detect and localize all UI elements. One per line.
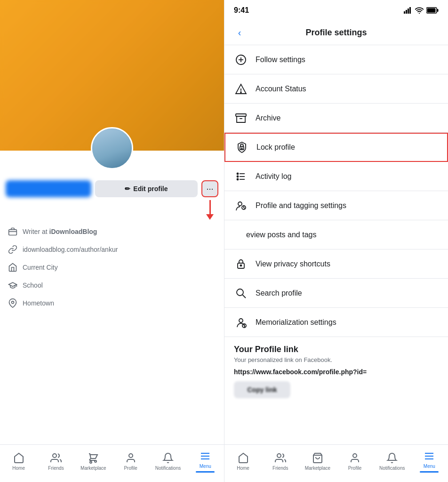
settings-list: Follow settings Account Status	[224, 45, 448, 444]
home-nav-icon	[13, 452, 25, 464]
cover-photo	[0, 0, 224, 151]
svg-rect-8	[404, 11, 405, 14]
left-friends-label: Friends	[48, 466, 64, 471]
city-text: Current City	[23, 264, 58, 271]
search-icon	[234, 286, 248, 300]
memorial-icon	[234, 315, 248, 329]
archive-label: Archive	[256, 114, 280, 122]
status-time: 9:41	[234, 6, 249, 15]
edit-profile-button[interactable]: ✏ Edit profile	[95, 180, 198, 197]
right-friends-icon	[274, 452, 287, 464]
work-text: Writer at iDownloadBlog	[23, 228, 97, 235]
left-nav-notifications[interactable]: Notifications	[154, 452, 182, 471]
right-marketplace-label: Marketplace	[305, 466, 330, 471]
list-icon	[234, 169, 248, 184]
svg-point-37	[240, 265, 242, 266]
account-status-item[interactable]: Account Status	[224, 74, 448, 104]
svg-point-12	[419, 13, 420, 14]
svg-point-33	[237, 178, 239, 180]
hometown-info: Hometown	[8, 294, 216, 312]
svg-rect-9	[406, 10, 407, 14]
right-menu-active-indicator	[420, 471, 439, 473]
memorialization-item[interactable]: Memorialization settings	[224, 308, 448, 337]
search-profile-label: Search profile	[256, 289, 302, 297]
svg-rect-0	[9, 230, 17, 235]
right-nav-marketplace[interactable]: Marketplace	[304, 452, 332, 471]
back-button[interactable]: ‹	[232, 25, 247, 40]
more-dots-label: ···	[206, 184, 213, 194]
right-nav-friends[interactable]: Friends	[266, 452, 295, 471]
svg-point-40	[239, 319, 243, 322]
profile-link-subtitle: Your personalized link on Facebook.	[234, 356, 439, 363]
pin-icon	[8, 298, 18, 308]
privacy-shortcuts-item[interactable]: View privacy shortcuts	[224, 249, 448, 279]
right-nav-profile[interactable]: Profile	[341, 452, 369, 471]
lock-profile-label: Lock profile	[256, 143, 295, 152]
left-profile-label: Profile	[124, 466, 137, 471]
briefcase-icon	[8, 226, 18, 237]
hometown-text: Hometown	[23, 299, 54, 307]
city-info: Current City	[8, 258, 216, 276]
copy-link-button[interactable]: Copy link	[234, 381, 290, 398]
right-menu-icon	[423, 450, 435, 462]
battery-icon	[426, 7, 439, 14]
school-icon	[8, 280, 18, 290]
right-nav-notifications[interactable]: Notifications	[378, 452, 406, 471]
school-text: School	[23, 281, 43, 289]
activity-log-item[interactable]: Activity log	[224, 162, 448, 191]
follow-settings-label: Follow settings	[256, 56, 305, 64]
left-bottom-nav: Home Friends Marketplace	[0, 444, 224, 482]
status-bar: 9:41	[224, 0, 448, 21]
archive-icon	[234, 111, 248, 125]
link-info: idownloadblog.com/author/ankur	[8, 241, 216, 258]
follow-icon	[234, 53, 248, 67]
profile-tagging-item[interactable]: Profile and tagging settings	[224, 191, 448, 220]
right-notifications-label: Notifications	[379, 466, 405, 471]
left-menu-label: Menu	[200, 464, 211, 469]
more-options-button[interactable]: ···	[201, 180, 218, 197]
status-icons	[404, 7, 439, 14]
right-profile-icon	[349, 452, 361, 464]
left-nav-menu[interactable]: Menu	[191, 450, 219, 473]
profile-link-url: https://www.facebook.com/profile.php?id=	[234, 368, 439, 376]
right-friends-label: Friends	[272, 466, 288, 471]
right-nav-menu[interactable]: Menu	[415, 450, 443, 473]
svg-point-3	[53, 454, 56, 458]
svg-rect-10	[408, 8, 409, 14]
copy-link-label: Copy link	[247, 386, 277, 394]
svg-point-31	[237, 173, 239, 174]
left-nav-home[interactable]: Home	[5, 452, 33, 471]
right-home-label: Home	[237, 466, 249, 471]
alert-triangle-icon	[234, 82, 248, 96]
svg-rect-21	[236, 114, 246, 116]
left-marketplace-label: Marketplace	[80, 466, 106, 471]
lock-shield-icon	[235, 140, 249, 154]
follow-settings-item[interactable]: Follow settings	[224, 45, 448, 74]
memorialization-label: Memorialization settings	[256, 318, 336, 327]
lock-profile-item[interactable]: Lock profile	[224, 133, 448, 162]
svg-point-38	[237, 289, 243, 296]
review-posts-label: eview posts and tags	[246, 231, 316, 239]
home-icon	[8, 262, 18, 273]
left-nav-friends[interactable]: Friends	[42, 452, 70, 471]
left-nav-profile[interactable]: Profile	[117, 452, 145, 471]
svg-point-42	[277, 454, 281, 458]
left-nav-marketplace[interactable]: Marketplace	[79, 452, 107, 471]
marketplace-nav-icon	[87, 452, 99, 464]
search-profile-item[interactable]: Search profile	[224, 279, 448, 308]
school-info: School	[8, 276, 216, 294]
archive-item[interactable]: Archive	[224, 104, 448, 133]
avatar	[91, 127, 133, 169]
work-info: Writer at iDownloadBlog	[8, 223, 216, 241]
review-posts-item[interactable]: eview posts and tags	[224, 220, 448, 249]
left-panel: ✏ Edit profile ··· Writer at iDownloadBl…	[0, 0, 224, 482]
right-nav-home[interactable]: Home	[229, 452, 257, 471]
right-profile-label: Profile	[348, 466, 361, 471]
add-friend-button[interactable]	[6, 180, 91, 197]
profile-tag-icon	[234, 199, 248, 213]
svg-point-20	[240, 92, 241, 93]
edit-profile-label: Edit profile	[133, 185, 168, 193]
privacy-shortcuts-label: View privacy shortcuts	[256, 260, 330, 268]
right-bottom-nav: Home Friends Marketplace	[224, 444, 448, 482]
svg-point-32	[237, 176, 239, 177]
